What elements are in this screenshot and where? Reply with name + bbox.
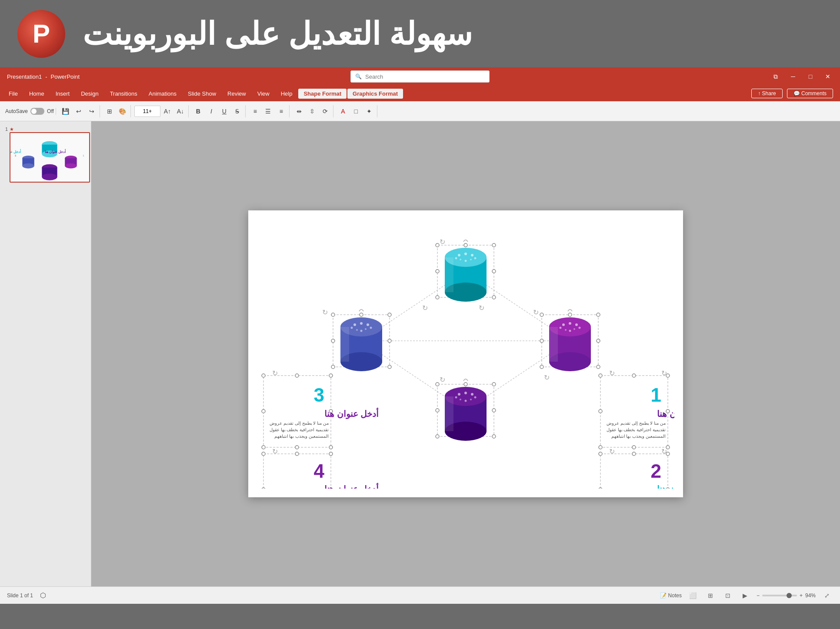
- zoom-out-icon[interactable]: −: [757, 592, 760, 599]
- font-larger-icon[interactable]: A↑: [161, 105, 173, 117]
- menu-insert[interactable]: Insert: [50, 89, 75, 99]
- menu-shape-format[interactable]: Shape Format: [298, 89, 347, 99]
- save-icon[interactable]: 💾: [60, 105, 72, 117]
- slide-number: 1: [5, 126, 8, 132]
- svg-point-55: [436, 435, 439, 438]
- normal-view-icon[interactable]: ⊞: [103, 105, 116, 117]
- align-center-icon[interactable]: ☰: [262, 105, 274, 117]
- canvas-area: 1 أدخل عنوان هنا من منا لا يطمح إلى تقدي…: [91, 121, 840, 586]
- slideshow-button[interactable]: ▶: [739, 591, 751, 600]
- rotate-icon[interactable]: ⟳: [319, 105, 331, 117]
- outline-icon[interactable]: □: [350, 105, 362, 117]
- svg-point-9: [65, 163, 77, 169]
- menu-view[interactable]: View: [252, 89, 275, 99]
- comments-button[interactable]: 💬 Comments: [787, 89, 833, 98]
- slide-thumbnail[interactable]: أدخل عنوان هنا 3 أدخل عنوان هنا 1: [10, 132, 90, 183]
- menu-file[interactable]: File: [3, 89, 23, 99]
- svg-point-30: [492, 296, 496, 299]
- svg-point-85: [562, 323, 565, 326]
- svg-point-90: [565, 329, 567, 331]
- svg-point-50: [436, 383, 439, 386]
- toolbar-arrange-group: ⇹ ⇳ ⟳: [291, 105, 333, 117]
- bold-icon[interactable]: B: [192, 105, 204, 117]
- notes-button[interactable]: 📝 Notes: [660, 592, 682, 599]
- svg-point-141: [295, 452, 299, 456]
- autosave-label: AutoSave: [5, 108, 28, 114]
- zoom-area: − + 94%: [757, 592, 816, 599]
- redo-icon[interactable]: ↪: [86, 105, 98, 117]
- status-right: 📝 Notes ⬜ ⊞ ⊡ ▶ − + 94% ⤢: [660, 591, 833, 600]
- svg-text:↻: ↻: [609, 369, 615, 377]
- toolbar-autosave-group: AutoSave Off: [3, 108, 56, 115]
- svg-point-87: [575, 323, 578, 326]
- svg-text:↻: ↻: [479, 304, 484, 312]
- svg-point-48: [597, 365, 600, 369]
- autosave-toggle[interactable]: [30, 108, 44, 115]
- underline-icon[interactable]: U: [218, 105, 230, 117]
- zoom-in-icon[interactable]: +: [800, 592, 803, 599]
- reading-view-button[interactable]: ⊡: [722, 591, 734, 600]
- zoom-slider[interactable]: [762, 595, 797, 596]
- menu-help[interactable]: Help: [276, 89, 298, 99]
- maximize-button[interactable]: □: [805, 71, 816, 82]
- undo-icon[interactable]: ↩: [73, 105, 85, 117]
- search-input[interactable]: [365, 73, 485, 80]
- toolbar-file-group: 💾 ↩ ↪: [58, 105, 100, 117]
- svg-point-89: [579, 327, 581, 329]
- italic-icon[interactable]: I: [205, 105, 217, 117]
- svg-text:↻: ↻: [272, 369, 278, 377]
- svg-text:أدخل عنوان هنا: أدخل عنوان هنا: [657, 407, 674, 419]
- svg-point-121: [599, 488, 602, 489]
- svg-text:↻: ↻: [661, 448, 667, 455]
- restore-button[interactable]: ⧉: [770, 71, 781, 82]
- strikethrough-icon[interactable]: S̶: [231, 105, 243, 117]
- svg-text:↻: ↻: [272, 448, 278, 455]
- svg-text:أدخل لعنوان هنا: أدخل لعنوان هنا: [657, 483, 674, 489]
- align-right-icon[interactable]: ≡: [275, 105, 287, 117]
- align-left-icon[interactable]: ≡: [249, 105, 261, 117]
- svg-point-33: [360, 313, 363, 316]
- minimize-button[interactable]: ─: [788, 71, 798, 82]
- svg-point-78: [356, 329, 358, 331]
- close-button[interactable]: ✕: [823, 71, 833, 82]
- menu-slideshow[interactable]: Slide Show: [183, 89, 221, 99]
- logo-circle: P: [17, 10, 65, 58]
- slide-canvas[interactable]: 1 أدخل عنوان هنا من منا لا يطمح إلى تقدي…: [248, 210, 683, 497]
- svg-point-61: [458, 254, 460, 256]
- toolbar-font-group: 11+ A↑ A↓: [133, 105, 189, 117]
- svg-text:↻: ↻: [661, 369, 667, 377]
- svg-point-42: [568, 313, 572, 316]
- svg-text:↻: ↻: [440, 376, 445, 383]
- menu-graphics-format[interactable]: Graphics Format: [347, 89, 403, 99]
- search-box[interactable]: 🔍: [350, 70, 490, 83]
- svg-point-32: [331, 313, 335, 316]
- svg-point-34: [388, 313, 391, 316]
- svg-point-86: [569, 322, 571, 325]
- fit-window-icon[interactable]: ⤢: [821, 591, 833, 600]
- fill-color-icon[interactable]: A: [337, 105, 349, 117]
- svg-point-43: [597, 313, 600, 316]
- svg-text:2: 2: [651, 460, 661, 482]
- slide-sorter-button[interactable]: ⊞: [704, 591, 717, 600]
- color-icon[interactable]: 🎨: [117, 105, 129, 117]
- distribute-h-icon[interactable]: ⇹: [293, 105, 305, 117]
- svg-text:3: 3: [314, 384, 324, 406]
- svg-point-39: [388, 365, 391, 369]
- font-smaller-icon[interactable]: A↓: [174, 105, 187, 117]
- svg-text:3: 3: [15, 154, 16, 157]
- svg-point-142: [329, 452, 333, 456]
- menu-home[interactable]: Home: [24, 89, 50, 99]
- svg-rect-69: [445, 257, 453, 292]
- menu-transitions[interactable]: Transitions: [105, 89, 143, 99]
- normal-view-button[interactable]: ⬜: [687, 591, 699, 600]
- effects-icon[interactable]: ✦: [363, 105, 375, 117]
- share-button[interactable]: ↑ Share: [751, 89, 782, 98]
- menu-design[interactable]: Design: [76, 89, 103, 99]
- status-bar: Slide 1 of 1 ⬡ 📝 Notes ⬜ ⊞ ⊡ ▶ − + 94% ⤢: [0, 586, 840, 604]
- menu-review[interactable]: Review: [222, 89, 251, 99]
- distribute-v-icon[interactable]: ⇳: [306, 105, 318, 117]
- menu-animations[interactable]: Animations: [143, 89, 182, 99]
- svg-point-104: [465, 400, 467, 402]
- font-size-input[interactable]: 11+: [134, 106, 160, 117]
- svg-point-132: [262, 409, 265, 413]
